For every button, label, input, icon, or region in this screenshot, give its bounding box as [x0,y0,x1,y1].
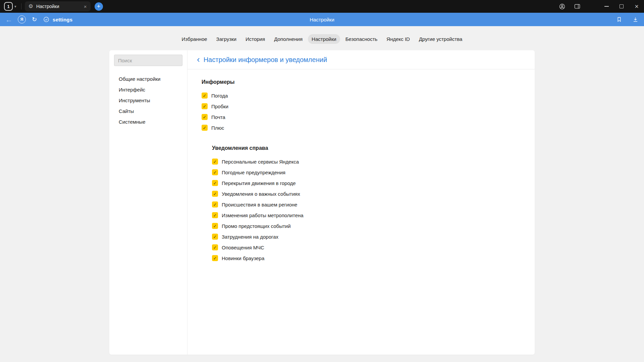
checkbox-checked[interactable]: ✓ [202,125,208,131]
checkbox-row-personal-services[interactable]: ✓ Персональные сервисы Яндекса [212,156,521,167]
check-icon: ✓ [213,181,217,185]
checkbox-row-metro-changes[interactable]: ✓ Изменения работы метрополитена [212,210,521,221]
nav-tab-yandex-id[interactable]: Яндекс ID [383,34,414,44]
search-input[interactable] [114,55,182,66]
close-window-button[interactable]: × [633,3,640,10]
checkbox-row-road-closures[interactable]: ✓ Перекрытия движения в городе [212,178,521,188]
sidebar-item-tools[interactable]: Инструменты [114,95,182,106]
checkbox-row-plus[interactable]: ✓ Плюс [202,122,521,133]
check-icon: ✓ [203,126,207,130]
checkbox-row-promo-events[interactable]: ✓ Промо предстоящих событий [212,221,521,231]
tab-close-icon[interactable]: × [84,4,87,9]
nav-tab-security[interactable]: Безопасность [342,34,381,44]
checkbox-row-browser-news[interactable]: ✓ Новинки браузера [212,253,521,263]
checkbox-checked[interactable]: ✓ [212,159,218,165]
checkbox-checked[interactable]: ✓ [212,191,218,197]
checkbox-row-traffic[interactable]: ✓ Пробки [202,101,521,112]
content-header: ‹ Настройки информеров и уведомлений [187,50,535,69]
maximize-button[interactable] [618,3,625,10]
checkbox-row-road-difficulties[interactable]: ✓ Затруднения на дорогах [212,231,521,242]
checkbox-checked[interactable]: ✓ [202,114,208,120]
check-icon: ✓ [213,170,217,175]
checkbox-checked[interactable]: ✓ [212,255,218,261]
minimize-button[interactable] [603,3,610,10]
settings-card: Общие настройки Интерфейс Инструменты Са… [109,50,535,355]
informers-list: ✓ Погода ✓ Пробки ✓ Почта ✓ Плюс [202,90,521,133]
notifications-subsection: Уведомления справа ✓ Персональные сервис… [212,145,521,263]
settings-nav: Избранное Загрузки История Дополнения На… [0,26,644,50]
settings-content: ‹ Настройки информеров и уведомлений Инф… [187,50,535,355]
browser-toolbar: ← Я ↻ settings Настройки [0,13,644,26]
sidebar-item-system[interactable]: Системные [114,116,182,127]
sidebar-item-interface[interactable]: Интерфейс [114,84,182,95]
checkbox-checked[interactable]: ✓ [212,201,218,207]
checkbox-label: Затруднения на дорогах [222,234,278,240]
checkbox-checked[interactable]: ✓ [212,212,218,218]
yandex-letter: Я [20,17,23,22]
back-icon[interactable]: ← [5,16,12,23]
nav-tab-downloads[interactable]: Загрузки [213,34,240,44]
side-panel-icon[interactable] [574,3,581,10]
back-chevron-icon[interactable]: ‹ [197,55,200,64]
checkbox-label: Новинки браузера [222,255,264,261]
settings-sidebar: Общие настройки Интерфейс Инструменты Са… [109,50,187,355]
checkbox-label: Персональные сервисы Яндекса [222,159,299,165]
checkbox-checked[interactable]: ✓ [212,180,218,186]
address-bar[interactable]: settings [43,16,72,23]
protect-badge-icon[interactable] [43,16,50,23]
checkbox-label: Происшествия в вашем регионе [222,202,297,207]
check-icon: ✓ [213,256,217,260]
checkbox-label: Уведомления о важных событиях [222,191,300,197]
checkbox-label: Перекрытия движения в городе [222,180,296,186]
checkbox-row-important-events[interactable]: ✓ Уведомления о важных событиях [212,188,521,199]
checkbox-checked[interactable]: ✓ [212,234,218,240]
downloads-icon[interactable] [632,16,639,23]
check-icon: ✓ [203,94,207,98]
checkbox-row-emergency-alerts[interactable]: ✓ Оповещения МЧС [212,242,521,253]
tab-title: Настройки [36,4,81,9]
section-heading-notifications: Уведомления справа [212,145,521,151]
check-icon: ✓ [213,202,217,207]
checkbox-row-regional-incidents[interactable]: ✓ Происшествия в вашем регионе [212,199,521,210]
new-tab-button[interactable]: + [95,2,103,11]
sidebar-item-general[interactable]: Общие настройки [114,73,182,84]
nav-tab-extensions[interactable]: Дополнения [270,34,306,44]
content-title[interactable]: Настройки информеров и уведомлений [204,56,327,64]
check-icon: ✓ [213,245,217,250]
titlebar-divider [21,3,21,9]
checkbox-label: Почта [211,114,225,120]
section-heading-informers: Информеры [202,79,521,85]
chevron-down-icon[interactable]: ▾ [14,4,16,9]
yandex-logo-icon[interactable]: Я [18,15,26,23]
browser-tab-settings[interactable]: ⚙ Настройки × [25,1,91,11]
checkbox-row-weather-warnings[interactable]: ✓ Погодные предупреждения [212,167,521,178]
nav-tab-settings[interactable]: Настройки [308,34,340,44]
checkbox-label: Оповещения МЧС [222,245,264,250]
check-icon: ✓ [213,213,217,218]
menu-icon[interactable] [589,3,595,10]
check-icon: ✓ [213,160,217,164]
reload-icon[interactable]: ↻ [32,16,37,22]
checkbox-label: Изменения работы метрополитена [222,213,304,218]
checkbox-label: Погодные предупреждения [222,170,285,175]
checkbox-label: Плюс [211,125,224,131]
bookmark-icon[interactable] [616,16,623,23]
checkbox-row-weather[interactable]: ✓ Погода [202,90,521,101]
check-icon: ✓ [203,104,207,109]
sidebar-item-sites[interactable]: Сайты [114,106,182,116]
content-body: Информеры ✓ Погода ✓ Пробки ✓ Почта [187,69,535,263]
nav-tab-other-devices[interactable]: Другие устройства [415,34,466,44]
address-text[interactable]: settings [53,17,72,22]
checkbox-row-mail[interactable]: ✓ Почта [202,112,521,122]
check-icon: ✓ [213,224,217,228]
checkbox-checked[interactable]: ✓ [202,93,208,99]
tab-group-button[interactable]: 1 [4,2,13,11]
checkbox-checked[interactable]: ✓ [212,223,218,229]
profile-avatar-icon[interactable] [559,3,566,10]
nav-tab-favorites[interactable]: Избранное [178,34,211,44]
checkbox-checked[interactable]: ✓ [212,244,218,250]
checkbox-checked[interactable]: ✓ [202,103,208,109]
titlebar: 1 ▾ ⚙ Настройки × + × [0,0,644,13]
nav-tab-history[interactable]: История [242,34,269,44]
checkbox-checked[interactable]: ✓ [212,169,218,175]
